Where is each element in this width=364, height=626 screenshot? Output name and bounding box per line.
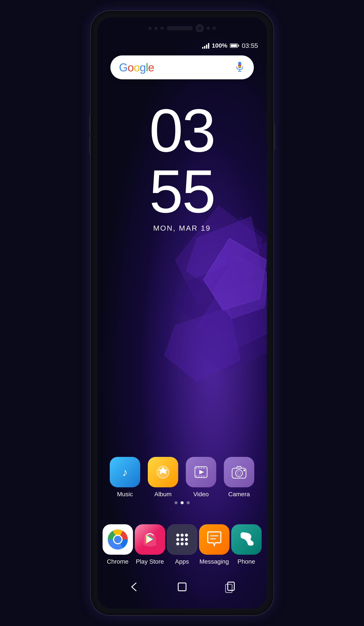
messaging-label: Messaging <box>199 558 229 565</box>
signal-bar-3 <box>206 44 207 49</box>
sensor-dot-2 <box>154 27 158 30</box>
app-phone[interactable]: Phone <box>231 524 262 565</box>
signal-bar-2 <box>204 46 205 49</box>
notch-area <box>97 17 267 39</box>
album-label: Album <box>154 491 172 498</box>
chrome-label: Chrome <box>107 558 129 565</box>
svg-point-48 <box>176 542 179 545</box>
clock-hour: 03 <box>149 100 215 161</box>
svg-rect-14 <box>238 66 241 67</box>
camera-label: Camera <box>228 491 250 498</box>
svg-rect-54 <box>228 582 234 590</box>
page-dot-1 <box>175 501 178 504</box>
status-bar: 100% 03:55 <box>97 39 267 52</box>
svg-rect-26 <box>201 476 202 477</box>
page-dot-2 <box>181 501 184 504</box>
app-chrome[interactable]: Chrome <box>103 524 133 565</box>
signal-icon <box>202 43 209 49</box>
status-icons: 100% 03:55 <box>202 42 258 49</box>
apps-icon <box>167 524 197 555</box>
battery-icon <box>230 43 239 48</box>
phone-label: Phone <box>238 558 255 565</box>
google-logo: Google <box>119 61 154 74</box>
svg-point-50 <box>185 542 188 545</box>
power-button[interactable] <box>273 124 275 150</box>
music-icon: ♪ <box>110 457 140 487</box>
app-album[interactable]: Album <box>148 457 178 498</box>
app-music[interactable]: ♪ Music <box>110 457 140 498</box>
messaging-icon <box>199 524 229 555</box>
recent-button[interactable] <box>221 578 239 596</box>
video-label: Video <box>193 491 209 498</box>
app-video[interactable]: Video <box>186 457 216 498</box>
svg-rect-21 <box>198 467 199 468</box>
app-row-top: ♪ Music Album <box>97 457 267 498</box>
phone-screen: 100% 03:55 Google <box>97 17 267 609</box>
music-label: Music <box>117 491 133 498</box>
battery-percent: 100% <box>212 42 227 49</box>
svg-rect-13 <box>238 65 241 66</box>
svg-rect-24 <box>196 476 197 477</box>
clock-date: MON, MAR 19 <box>153 224 211 232</box>
app-apps[interactable]: Apps <box>167 524 197 565</box>
sensor-dot-3 <box>161 27 164 30</box>
svg-point-46 <box>181 538 184 541</box>
svg-point-36 <box>114 536 121 543</box>
sensor-dot-5 <box>213 27 216 30</box>
volume-up-button[interactable] <box>89 115 91 133</box>
back-button[interactable] <box>126 578 143 596</box>
front-camera <box>196 24 204 32</box>
google-search-bar[interactable]: Google <box>110 55 254 79</box>
dock: Chrome <box>97 524 267 565</box>
page-dot-3 <box>187 501 190 504</box>
sensor-dot-1 <box>148 27 151 30</box>
clock-minute: 55 <box>149 161 215 222</box>
svg-rect-18 <box>195 468 207 469</box>
svg-rect-25 <box>198 476 199 477</box>
svg-point-32 <box>243 470 245 471</box>
svg-rect-55 <box>225 584 232 592</box>
phone-frame: 100% 03:55 Google <box>91 11 273 615</box>
svg-rect-23 <box>204 467 205 468</box>
signal-bar-1 <box>202 47 203 49</box>
svg-marker-28 <box>199 470 204 474</box>
svg-rect-27 <box>204 476 205 477</box>
svg-point-31 <box>237 471 241 475</box>
svg-text:♪: ♪ <box>122 466 128 478</box>
svg-point-45 <box>176 538 179 541</box>
app-playstore[interactable]: Play Store <box>135 524 165 565</box>
phone-icon <box>231 524 262 555</box>
video-icon <box>186 457 216 487</box>
playstore-label: Play Store <box>136 558 164 565</box>
chrome-icon <box>103 524 133 555</box>
clock-widget: 03 55 MON, MAR 19 <box>97 100 267 232</box>
sensor-dot-4 <box>207 27 210 30</box>
app-messaging[interactable]: Messaging <box>199 524 229 565</box>
svg-point-47 <box>185 538 188 541</box>
speaker-grille <box>167 26 193 30</box>
clock-status: 03:55 <box>242 42 258 49</box>
home-button[interactable] <box>173 578 191 596</box>
svg-rect-22 <box>201 467 202 468</box>
signal-bar-4 <box>208 43 209 49</box>
svg-point-43 <box>181 534 184 537</box>
svg-rect-19 <box>195 475 207 476</box>
mic-icon[interactable] <box>234 62 245 73</box>
page-dots <box>97 501 267 504</box>
playstore-icon <box>135 524 165 555</box>
svg-rect-53 <box>178 583 186 591</box>
svg-point-42 <box>176 534 179 537</box>
nav-bar <box>97 574 267 600</box>
svg-point-44 <box>185 534 188 537</box>
camera-icon <box>224 457 254 487</box>
volume-down-button[interactable] <box>89 137 91 154</box>
svg-point-49 <box>181 542 184 545</box>
svg-point-30 <box>236 470 243 477</box>
apps-label: Apps <box>175 558 189 565</box>
notch-sensors <box>148 24 216 32</box>
app-camera[interactable]: Camera <box>224 457 254 498</box>
svg-rect-20 <box>196 467 197 468</box>
album-icon <box>148 457 178 487</box>
